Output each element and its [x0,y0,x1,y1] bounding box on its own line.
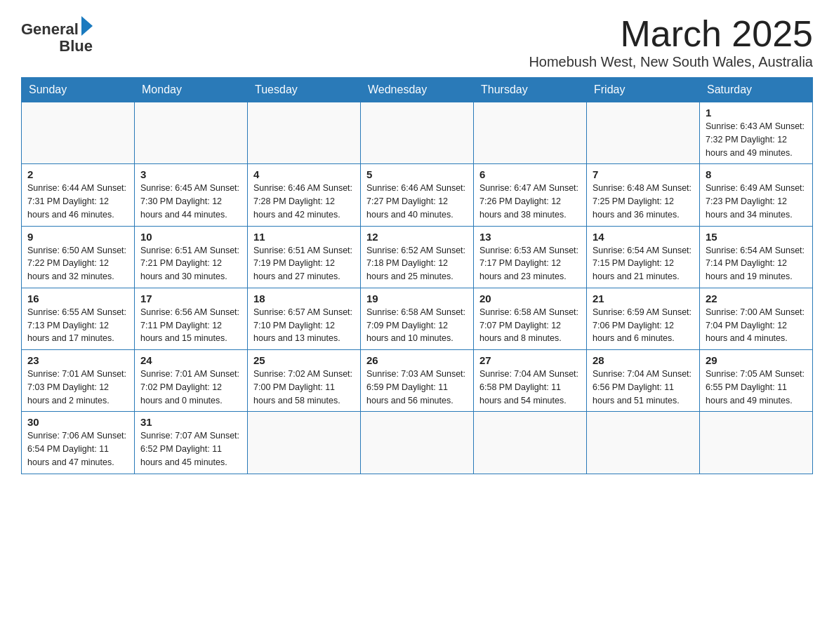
calendar-cell: 22Sunrise: 7:00 AM Sunset: 7:04 PM Dayli… [700,288,813,349]
day-number: 24 [140,354,241,366]
day-info: Sunrise: 6:48 AM Sunset: 7:25 PM Dayligh… [593,182,694,221]
calendar-cell: 11Sunrise: 6:51 AM Sunset: 7:19 PM Dayli… [248,226,361,288]
calendar-day-header: Tuesday [248,78,361,102]
calendar-cell [22,102,135,164]
day-number: 31 [140,416,241,428]
day-number: 27 [479,354,581,366]
day-info: Sunrise: 6:50 AM Sunset: 7:22 PM Dayligh… [27,244,128,283]
logo-triangle-icon [81,16,93,36]
day-info: Sunrise: 7:02 AM Sunset: 7:00 PM Dayligh… [253,368,355,407]
calendar-cell: 28Sunrise: 7:04 AM Sunset: 6:56 PM Dayli… [587,350,700,412]
calendar-cell: 12Sunrise: 6:52 AM Sunset: 7:18 PM Dayli… [361,226,474,288]
calendar-cell: 23Sunrise: 7:01 AM Sunset: 7:03 PM Dayli… [22,350,135,412]
calendar-cell: 2Sunrise: 6:44 AM Sunset: 7:31 PM Daylig… [22,164,135,226]
day-number: 23 [27,354,128,366]
day-info: Sunrise: 6:53 AM Sunset: 7:17 PM Dayligh… [479,244,581,283]
day-number: 22 [706,293,807,304]
day-info: Sunrise: 6:46 AM Sunset: 7:27 PM Dayligh… [366,182,468,221]
calendar-cell [474,102,587,164]
calendar-cell [361,102,474,164]
calendar-week-row: 9Sunrise: 6:50 AM Sunset: 7:22 PM Daylig… [22,226,813,288]
calendar-cell: 8Sunrise: 6:49 AM Sunset: 7:23 PM Daylig… [700,164,813,226]
day-info: Sunrise: 7:05 AM Sunset: 6:55 PM Dayligh… [706,368,807,407]
day-info: Sunrise: 6:55 AM Sunset: 7:13 PM Dayligh… [27,306,128,345]
calendar-cell: 14Sunrise: 6:54 AM Sunset: 7:15 PM Dayli… [587,226,700,288]
day-info: Sunrise: 7:00 AM Sunset: 7:04 PM Dayligh… [706,306,807,345]
calendar-cell: 6Sunrise: 6:47 AM Sunset: 7:26 PM Daylig… [474,164,587,226]
day-number: 21 [593,293,694,304]
calendar-week-row: 30Sunrise: 7:06 AM Sunset: 6:54 PM Dayli… [22,412,813,474]
day-info: Sunrise: 7:07 AM Sunset: 6:52 PM Dayligh… [140,429,241,469]
calendar-cell: 19Sunrise: 6:58 AM Sunset: 7:09 PM Dayli… [361,288,474,349]
calendar-day-header: Thursday [474,78,587,102]
day-number: 3 [140,168,241,180]
day-info: Sunrise: 6:58 AM Sunset: 7:07 PM Dayligh… [479,306,581,345]
day-number: 30 [27,416,128,428]
calendar-week-row: 23Sunrise: 7:01 AM Sunset: 7:03 PM Dayli… [22,350,813,412]
day-number: 8 [706,168,807,180]
calendar-cell [587,102,700,164]
calendar-cell [248,412,361,474]
calendar-day-header: Wednesday [361,78,474,102]
calendar-day-header: Monday [135,78,248,102]
calendar-cell: 25Sunrise: 7:02 AM Sunset: 7:00 PM Dayli… [248,350,361,412]
day-number: 1 [706,107,807,119]
day-number: 28 [593,354,694,366]
calendar-cell: 10Sunrise: 6:51 AM Sunset: 7:21 PM Dayli… [135,226,248,288]
calendar-cell [135,102,248,164]
calendar-cell: 21Sunrise: 6:59 AM Sunset: 7:06 PM Dayli… [587,288,700,349]
day-number: 18 [253,293,355,304]
calendar-week-row: 2Sunrise: 6:44 AM Sunset: 7:31 PM Daylig… [22,164,813,226]
day-number: 10 [140,231,241,243]
day-number: 4 [253,168,355,180]
day-info: Sunrise: 7:06 AM Sunset: 6:54 PM Dayligh… [27,429,128,469]
calendar-day-header: Saturday [700,78,813,102]
title-block: March 2025 Homebush West, New South Wale… [529,14,813,70]
day-info: Sunrise: 7:01 AM Sunset: 7:03 PM Dayligh… [27,368,128,407]
day-number: 20 [479,293,581,304]
logo-text-general: General [21,21,79,38]
day-info: Sunrise: 7:04 AM Sunset: 6:56 PM Dayligh… [593,368,694,407]
calendar-day-header: Sunday [22,78,135,102]
calendar-cell: 7Sunrise: 6:48 AM Sunset: 7:25 PM Daylig… [587,164,700,226]
day-info: Sunrise: 7:04 AM Sunset: 6:58 PM Dayligh… [479,368,581,407]
day-info: Sunrise: 6:59 AM Sunset: 7:06 PM Dayligh… [593,306,694,345]
logo-text-blue: Blue [59,37,93,55]
calendar-cell [248,102,361,164]
day-number: 15 [706,231,807,243]
day-info: Sunrise: 6:58 AM Sunset: 7:09 PM Dayligh… [366,306,468,345]
day-info: Sunrise: 6:47 AM Sunset: 7:26 PM Dayligh… [479,182,581,221]
calendar-week-row: 16Sunrise: 6:55 AM Sunset: 7:13 PM Dayli… [22,288,813,349]
calendar-cell: 3Sunrise: 6:45 AM Sunset: 7:30 PM Daylig… [135,164,248,226]
day-number: 16 [27,293,128,304]
day-number: 17 [140,293,241,304]
calendar-cell [587,412,700,474]
calendar-header-row: SundayMondayTuesdayWednesdayThursdayFrid… [22,78,813,102]
day-info: Sunrise: 6:44 AM Sunset: 7:31 PM Dayligh… [27,182,128,221]
day-info: Sunrise: 7:01 AM Sunset: 7:02 PM Dayligh… [140,368,241,407]
day-info: Sunrise: 6:43 AM Sunset: 7:32 PM Dayligh… [706,120,807,159]
calendar-day-header: Friday [587,78,700,102]
calendar-cell: 18Sunrise: 6:57 AM Sunset: 7:10 PM Dayli… [248,288,361,349]
day-number: 5 [366,168,468,180]
day-number: 6 [479,168,581,180]
day-number: 25 [253,354,355,366]
calendar-cell: 5Sunrise: 6:46 AM Sunset: 7:27 PM Daylig… [361,164,474,226]
day-number: 7 [593,168,694,180]
day-info: Sunrise: 6:56 AM Sunset: 7:11 PM Dayligh… [140,306,241,345]
calendar-table: SundayMondayTuesdayWednesdayThursdayFrid… [21,77,813,474]
day-number: 19 [366,293,468,304]
location-subtitle: Homebush West, New South Wales, Australi… [529,54,813,70]
day-number: 9 [27,231,128,243]
day-info: Sunrise: 6:46 AM Sunset: 7:28 PM Dayligh… [253,182,355,221]
calendar-cell [474,412,587,474]
day-number: 12 [366,231,468,243]
month-year-title: March 2025 [529,14,813,54]
day-number: 29 [706,354,807,366]
calendar-cell: 27Sunrise: 7:04 AM Sunset: 6:58 PM Dayli… [474,350,587,412]
calendar-cell: 4Sunrise: 6:46 AM Sunset: 7:28 PM Daylig… [248,164,361,226]
calendar-cell: 24Sunrise: 7:01 AM Sunset: 7:02 PM Dayli… [135,350,248,412]
calendar-cell [361,412,474,474]
calendar-cell: 17Sunrise: 6:56 AM Sunset: 7:11 PM Dayli… [135,288,248,349]
day-number: 2 [27,168,128,180]
